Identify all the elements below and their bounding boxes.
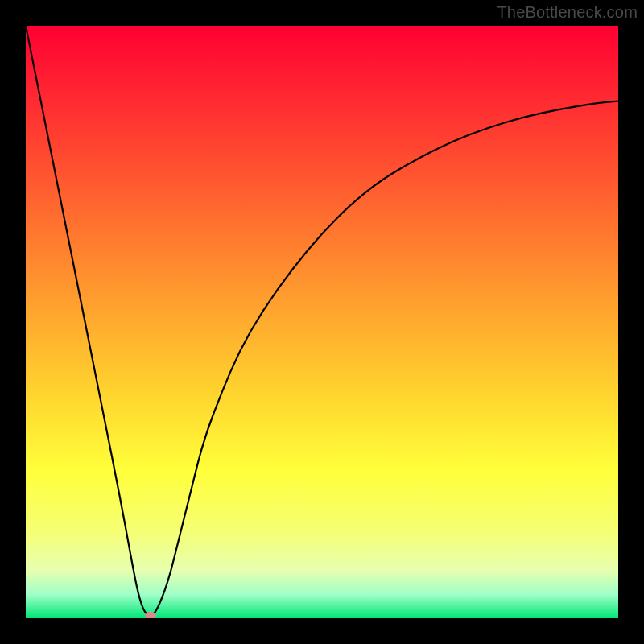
bottleneck-curve: [26, 26, 618, 618]
optimal-point-marker: [145, 612, 156, 618]
watermark-label: TheBottleneck.com: [497, 3, 638, 22]
plot-area: [26, 26, 618, 618]
chart-frame: TheBottleneck.com: [0, 0, 644, 644]
